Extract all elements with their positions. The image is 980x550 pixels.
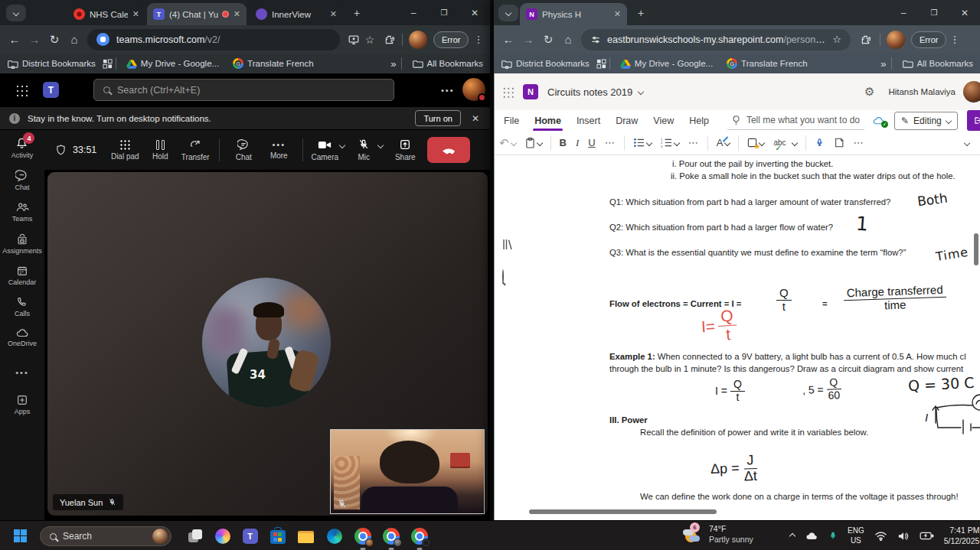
end-call-button[interactable] bbox=[427, 137, 470, 163]
menu-view[interactable]: View bbox=[653, 116, 674, 126]
more-paragraph-options-icon[interactable]: ⋯ bbox=[688, 137, 699, 148]
send-to-device-icon[interactable] bbox=[348, 34, 360, 46]
notes-page-canvas[interactable]: i. Pour out the pail by inverting the bu… bbox=[519, 155, 980, 520]
start-button[interactable] bbox=[11, 526, 30, 545]
tell-me-search-input[interactable]: Tell me what you want to do bbox=[727, 112, 864, 130]
close-icon[interactable]: ✕ bbox=[234, 9, 240, 19]
address-bar[interactable]: teams.microsoft.com/v2/ bbox=[87, 29, 340, 50]
bookmark-apps-grid-icon[interactable] bbox=[103, 59, 113, 69]
menu-draw[interactable]: Draw bbox=[616, 116, 638, 126]
reload-button[interactable]: ↻ bbox=[44, 33, 64, 47]
notebook-title[interactable]: Circuits notes 2019 bbox=[547, 86, 632, 98]
close-window-button[interactable]: ✕ bbox=[459, 0, 490, 25]
undo-button[interactable]: ↶ bbox=[499, 136, 516, 150]
weather-widget[interactable]: 6 74°F Partly sunny bbox=[683, 524, 753, 545]
share-button[interactable]: Sha bbox=[967, 110, 980, 131]
copilot-button[interactable] bbox=[213, 526, 232, 545]
forward-button[interactable]: → bbox=[518, 33, 538, 46]
clock[interactable]: 7:41 PM 5/12/2025 bbox=[944, 526, 980, 546]
edge-button[interactable] bbox=[325, 526, 344, 545]
spelling-button[interactable]: abc✓ bbox=[773, 138, 796, 147]
home-button[interactable]: ⌂ bbox=[64, 33, 84, 46]
account-avatar[interactable] bbox=[963, 81, 980, 103]
bookmark-all-bookmarks[interactable]: All Bookmarks bbox=[412, 59, 484, 69]
sidebar-item-onedrive[interactable]: OneDrive bbox=[8, 327, 37, 347]
task-view-button[interactable] bbox=[185, 526, 204, 545]
back-button[interactable]: ← bbox=[5, 33, 24, 46]
sidebar-item-assignments[interactable]: Assignments bbox=[2, 233, 42, 255]
dial-pad-button[interactable]: Dial pad bbox=[107, 139, 142, 161]
bookmark-star-icon[interactable]: ☆ bbox=[360, 34, 380, 46]
sidebar-item-apps[interactable]: Apps bbox=[15, 394, 31, 415]
sidebar-item-teams[interactable]: Teams bbox=[12, 201, 33, 223]
notebooks-icon[interactable] bbox=[501, 238, 514, 251]
hold-button[interactable]: Hold bbox=[142, 140, 178, 161]
bookmark-district[interactable]: District Bookmarks bbox=[501, 59, 590, 69]
teams-more-options-icon[interactable]: ••• bbox=[441, 86, 455, 95]
close-icon[interactable]: ✕ bbox=[330, 9, 337, 19]
error-chip[interactable]: Error bbox=[433, 31, 469, 48]
search-icon[interactable] bbox=[502, 269, 504, 284]
bookmarks-overflow-chevrons[interactable]: » bbox=[880, 58, 886, 70]
notebook-dropdown-chevron-icon[interactable] bbox=[638, 89, 644, 95]
home-button[interactable]: ⌂ bbox=[558, 33, 578, 46]
forward-button[interactable]: → bbox=[24, 33, 44, 46]
sidebar-item-chat[interactable]: Chat bbox=[15, 169, 29, 191]
site-info-icon[interactable] bbox=[96, 33, 109, 46]
back-button[interactable]: ← bbox=[498, 33, 518, 46]
browser-profile-avatar[interactable] bbox=[409, 31, 427, 49]
menu-home[interactable]: Home bbox=[534, 116, 561, 126]
tab-physics[interactable]: N Physics H ✕ bbox=[520, 3, 627, 25]
chrome-profile1-button[interactable] bbox=[353, 526, 372, 545]
tab-teams-chat[interactable]: T (4) Chat | Yuela ✕ bbox=[147, 3, 247, 25]
site-settings-tune-icon[interactable] bbox=[590, 34, 601, 45]
mic-options-chevron-icon[interactable] bbox=[377, 142, 384, 148]
teams-profile-avatar[interactable] bbox=[462, 78, 485, 101]
chat-button[interactable]: Chat bbox=[226, 138, 261, 161]
close-window-button[interactable]: ✕ bbox=[949, 0, 980, 25]
close-icon[interactable]: ✕ bbox=[132, 9, 139, 19]
menu-insert[interactable]: Insert bbox=[577, 116, 600, 126]
sidebar-item-activity[interactable]: 4 Activity bbox=[11, 137, 34, 159]
sidebar-item-calls[interactable]: Calls bbox=[15, 296, 30, 317]
camera-options-chevron-icon[interactable] bbox=[339, 142, 345, 148]
account-name[interactable]: Hitansh Malaviya bbox=[888, 87, 956, 96]
bookmark-translate[interactable]: G Translate French bbox=[233, 58, 314, 69]
app-launcher-waffle-icon[interactable] bbox=[502, 86, 514, 98]
turn-on-button[interactable]: Turn on bbox=[415, 110, 461, 126]
bookmark-all-bookmarks[interactable]: All Bookmarks bbox=[902, 59, 974, 69]
browser-profile-avatar[interactable] bbox=[887, 31, 905, 49]
underline-button[interactable]: U bbox=[588, 137, 595, 148]
tab-search-button[interactable] bbox=[498, 5, 518, 21]
extensions-puzzle-icon[interactable] bbox=[384, 34, 395, 45]
onedrive-tray-icon[interactable] bbox=[805, 531, 818, 541]
bookmark-district[interactable]: District Bookmarks bbox=[7, 59, 96, 69]
taskbar-search-box[interactable]: Search bbox=[40, 526, 172, 546]
vertical-scrollbar-thumb[interactable] bbox=[974, 233, 978, 265]
error-chip[interactable]: Error bbox=[911, 31, 946, 48]
teams-taskbar-button[interactable]: T bbox=[240, 526, 260, 545]
file-explorer-button[interactable] bbox=[296, 526, 315, 545]
tab-search-button[interactable] bbox=[6, 5, 26, 21]
mic-button[interactable]: Mic bbox=[349, 138, 378, 161]
bold-button[interactable]: B bbox=[560, 137, 567, 148]
sidebar-item-calendar[interactable]: Calendar bbox=[8, 265, 37, 286]
bookmark-my-drive[interactable]: My Drive - Google... bbox=[620, 59, 713, 69]
extensions-puzzle-icon[interactable] bbox=[860, 34, 871, 45]
new-tab-button[interactable]: + bbox=[638, 7, 644, 19]
tags-button[interactable]: ★ bbox=[747, 138, 764, 148]
maximize-button[interactable]: ❐ bbox=[429, 0, 459, 25]
minimize-button[interactable]: – bbox=[888, 0, 919, 25]
settings-gear-icon[interactable]: ⚙ bbox=[864, 85, 874, 99]
app-launcher-waffle-icon[interactable] bbox=[15, 84, 28, 96]
tab-innerview[interactable]: InnerView ✕ bbox=[250, 3, 343, 25]
numbered-list-button[interactable]: 123 bbox=[661, 138, 679, 148]
menu-help[interactable]: Help bbox=[689, 116, 709, 126]
italic-button[interactable]: I bbox=[576, 137, 579, 149]
bookmark-my-drive[interactable]: My Drive - Google... bbox=[126, 59, 219, 69]
mic-in-use-tray-icon[interactable] bbox=[828, 530, 838, 542]
ribbon-overflow-icon[interactable]: ⋯ bbox=[854, 137, 864, 148]
address-bar[interactable]: eastbrunswickschools-my.sharepoint.com/p… bbox=[581, 29, 851, 50]
editing-mode-button[interactable]: ✎ Editing bbox=[894, 112, 958, 130]
tray-expand-chevron-icon[interactable] bbox=[789, 532, 795, 539]
